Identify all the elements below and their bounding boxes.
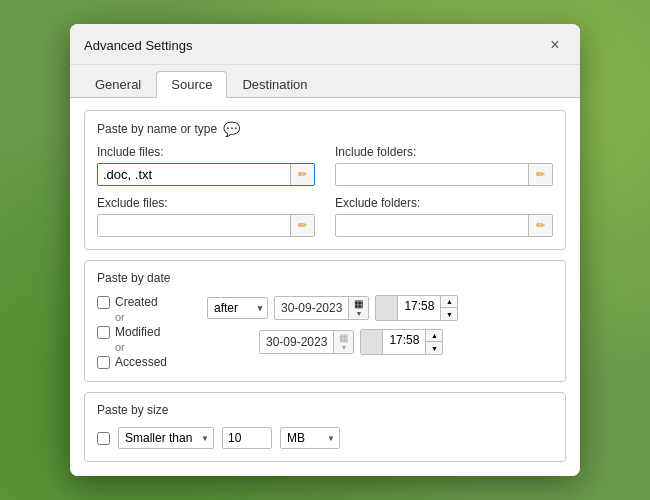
include-folders-label: Include folders: bbox=[335, 145, 553, 159]
paste-by-name-title: Paste by name or type 💬 bbox=[97, 121, 553, 137]
size-value-input[interactable] bbox=[222, 427, 272, 449]
exclude-files-edit-button[interactable]: ✏ bbox=[290, 215, 314, 236]
paste-by-size-title: Paste by size bbox=[97, 403, 553, 417]
pencil-icon: ✏ bbox=[298, 168, 307, 181]
accessed-checkbox-label[interactable]: Accessed bbox=[97, 355, 197, 369]
time-value-2: 17:58 bbox=[383, 330, 425, 354]
date-field-1: 30-09-2023 ▦ ▼ bbox=[274, 296, 369, 320]
size-filter-wrapper: Smaller than Larger than Equal to ▼ bbox=[118, 427, 214, 449]
time-spacer-2 bbox=[361, 330, 383, 354]
date-value-1: 30-09-2023 bbox=[275, 298, 348, 318]
modified-checkbox-label[interactable]: Modified bbox=[97, 325, 197, 339]
after-select[interactable]: after before on bbox=[207, 297, 268, 319]
name-type-fields: Include files: ✏ Include folders: ✏ bbox=[97, 145, 553, 237]
time-field-1: 17:58 ▲ ▼ bbox=[375, 295, 458, 321]
pencil-icon: ✏ bbox=[536, 219, 545, 232]
exclude-files-group: Exclude files: ✏ bbox=[97, 196, 315, 237]
calendar-button-2[interactable]: ▦ ▼ bbox=[333, 331, 353, 353]
close-button[interactable]: × bbox=[544, 34, 566, 56]
size-filter-select[interactable]: Smaller than Larger than Equal to bbox=[118, 427, 214, 449]
include-files-input[interactable] bbox=[98, 164, 290, 185]
include-files-label: Include files: bbox=[97, 145, 315, 159]
include-files-edit-button[interactable]: ✏ bbox=[290, 164, 314, 185]
pencil-icon: ✏ bbox=[298, 219, 307, 232]
date-value-2: 30-09-2023 bbox=[260, 332, 333, 352]
time-down-2[interactable]: ▼ bbox=[426, 342, 442, 354]
size-checkbox[interactable] bbox=[97, 432, 110, 445]
exclude-files-field-row: ✏ bbox=[97, 214, 315, 237]
time-spinners-1: ▲ ▼ bbox=[440, 296, 457, 320]
tab-general[interactable]: General bbox=[80, 71, 156, 97]
include-files-group: Include files: ✏ bbox=[97, 145, 315, 186]
tab-destination[interactable]: Destination bbox=[227, 71, 322, 97]
time-up-2[interactable]: ▲ bbox=[426, 330, 442, 342]
time-down-1[interactable]: ▼ bbox=[441, 308, 457, 320]
tab-source[interactable]: Source bbox=[156, 71, 227, 98]
time-value-1: 17:58 bbox=[398, 296, 440, 320]
calendar-icon: ▦ bbox=[354, 299, 363, 309]
tab-bar: General Source Destination bbox=[70, 65, 580, 97]
include-folders-edit-button[interactable]: ✏ bbox=[528, 164, 552, 185]
paste-by-date-title: Paste by date bbox=[97, 271, 553, 285]
include-files-field-row: ✏ bbox=[97, 163, 315, 186]
time-spacer-1 bbox=[376, 296, 398, 320]
time-spinners-2: ▲ ▼ bbox=[425, 330, 442, 354]
advanced-settings-dialog: Advanced Settings × General Source Desti… bbox=[70, 24, 580, 476]
or-label-2: or bbox=[97, 341, 197, 353]
exclude-files-label: Exclude files: bbox=[97, 196, 315, 210]
include-folders-field-row: ✏ bbox=[335, 163, 553, 186]
exclude-folders-input[interactable] bbox=[336, 215, 528, 236]
calendar-icon-2: ▦ bbox=[339, 333, 348, 343]
date-field-2: 30-09-2023 ▦ ▼ bbox=[259, 330, 354, 354]
titlebar: Advanced Settings × bbox=[70, 24, 580, 65]
include-folders-input[interactable] bbox=[336, 164, 528, 185]
created-checkbox[interactable] bbox=[97, 296, 110, 309]
include-folders-group: Include folders: ✏ bbox=[335, 145, 553, 186]
paste-by-date-section: Paste by date Created or Modified or bbox=[84, 260, 566, 382]
calendar-button-1[interactable]: ▦ ▼ bbox=[348, 297, 368, 319]
accessed-checkbox[interactable] bbox=[97, 356, 110, 369]
time-up-1[interactable]: ▲ bbox=[441, 296, 457, 308]
pencil-icon: ✏ bbox=[536, 168, 545, 181]
size-unit-select[interactable]: MB KB GB Bytes bbox=[280, 427, 340, 449]
paste-by-name-section: Paste by name or type 💬 Include files: ✏ bbox=[84, 110, 566, 250]
after-select-wrapper: after before on ▼ bbox=[207, 297, 268, 319]
created-checkbox-label[interactable]: Created bbox=[97, 295, 197, 309]
dialog-title: Advanced Settings bbox=[84, 38, 192, 53]
or-label-1: or bbox=[97, 311, 197, 323]
exclude-files-input[interactable] bbox=[98, 215, 290, 236]
paste-by-size-section: Paste by size Smaller than Larger than E… bbox=[84, 392, 566, 462]
size-row: Smaller than Larger than Equal to ▼ MB K… bbox=[97, 427, 553, 449]
modified-checkbox[interactable] bbox=[97, 326, 110, 339]
exclude-folders-label: Exclude folders: bbox=[335, 196, 553, 210]
time-field-2: 17:58 ▲ ▼ bbox=[360, 329, 443, 355]
exclude-folders-group: Exclude folders: ✏ bbox=[335, 196, 553, 237]
exclude-folders-edit-button[interactable]: ✏ bbox=[528, 215, 552, 236]
exclude-folders-field-row: ✏ bbox=[335, 214, 553, 237]
tab-content: Paste by name or type 💬 Include files: ✏ bbox=[70, 98, 580, 476]
size-unit-wrapper: MB KB GB Bytes ▼ bbox=[280, 427, 340, 449]
chat-icon: 💬 bbox=[223, 121, 240, 137]
